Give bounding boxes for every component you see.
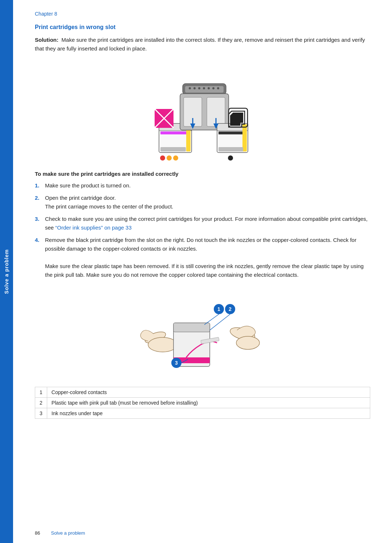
step-4-text: Remove the black print cartridge from th… bbox=[45, 237, 356, 252]
table-text-2: Plastic tape with pink pull tab (must be… bbox=[47, 398, 370, 408]
step-3-link[interactable]: “Order ink supplies” on page 33 bbox=[55, 224, 131, 231]
svg-point-43 bbox=[236, 336, 260, 349]
diagram2-svg: 1 2 3 bbox=[134, 287, 271, 381]
step-2-num: 2. bbox=[35, 194, 41, 211]
right-hand bbox=[229, 325, 260, 349]
color-dots-left bbox=[160, 155, 178, 161]
table-row-1: 1 Copper-colored contacts bbox=[35, 387, 370, 398]
svg-rect-2 bbox=[160, 131, 190, 134]
printer-carriage bbox=[180, 84, 229, 130]
left-hand bbox=[140, 329, 177, 352]
color-icon bbox=[155, 109, 173, 128]
diagram1-svg bbox=[126, 62, 279, 163]
svg-rect-39 bbox=[173, 323, 210, 332]
steps-list: 1. Make sure the product is turned on. 2… bbox=[35, 181, 370, 279]
step-3: 3. Check to make sure you are using the … bbox=[35, 215, 370, 232]
table-num-2: 2 bbox=[35, 398, 47, 408]
step-4-num: 4. bbox=[35, 236, 41, 279]
svg-text:2: 2 bbox=[229, 306, 232, 312]
callout-3: 3 bbox=[171, 358, 181, 368]
svg-point-34 bbox=[173, 155, 178, 161]
table-num-3: 3 bbox=[35, 408, 47, 419]
svg-point-32 bbox=[160, 155, 165, 161]
step-2: 2. Open the print cartridge door. The pr… bbox=[35, 194, 370, 211]
svg-point-16 bbox=[203, 87, 205, 89]
sidebar-label: Solve a problem bbox=[4, 249, 9, 294]
svg-line-50 bbox=[204, 314, 219, 325]
svg-line-51 bbox=[210, 314, 230, 330]
svg-point-14 bbox=[193, 87, 196, 89]
step-4-sub: Make sure the clear plastic tape has bee… bbox=[45, 263, 364, 278]
svg-rect-9 bbox=[185, 86, 224, 93]
caption-table: 1 Copper-colored contacts 2 Plastic tape… bbox=[35, 387, 370, 419]
black-dot-right bbox=[228, 155, 233, 161]
section-title: Print cartridges in wrong slot bbox=[35, 24, 370, 31]
solution-prefix: Solution: bbox=[35, 37, 58, 43]
footer-section-link[interactable]: Solve a problem bbox=[51, 530, 85, 536]
table-text-1: Copper-colored contacts bbox=[47, 387, 370, 398]
step-2-content: Open the print cartridge door. The print… bbox=[45, 194, 370, 211]
table-text-3: Ink nozzles under tape bbox=[47, 408, 370, 419]
svg-point-18 bbox=[212, 87, 215, 89]
callout-2: 2 bbox=[225, 304, 235, 314]
sidebar: Solve a problem bbox=[0, 0, 13, 543]
callout-1: 1 bbox=[214, 304, 224, 314]
svg-rect-4 bbox=[160, 147, 186, 151]
svg-point-13 bbox=[189, 87, 191, 89]
solution-text: Solution: Make sure the print cartridges… bbox=[35, 36, 370, 53]
svg-rect-22 bbox=[219, 131, 246, 134]
svg-rect-24 bbox=[219, 147, 243, 151]
black-icon bbox=[229, 108, 248, 127]
table-num-1: 1 bbox=[35, 387, 47, 398]
svg-point-17 bbox=[208, 87, 210, 89]
step-1: 1. Make sure the product is turned on. bbox=[35, 181, 370, 190]
step-3-num: 3. bbox=[35, 215, 41, 232]
svg-text:3: 3 bbox=[175, 360, 178, 366]
chapter-label: Chapter 8 bbox=[35, 11, 370, 17]
svg-point-35 bbox=[228, 155, 233, 161]
svg-rect-23 bbox=[242, 124, 247, 151]
solution-body: Make sure the print cartridges are insta… bbox=[35, 37, 365, 52]
step-2-sub: The print carriage moves to the center o… bbox=[45, 203, 173, 210]
step-3-content: Check to make sure you are using the cor… bbox=[45, 215, 370, 232]
diagram2-container: 1 2 3 bbox=[35, 287, 370, 381]
page-footer: 86 Solve a problem bbox=[13, 530, 392, 536]
footer-page-number: 86 bbox=[35, 530, 40, 536]
diagram1-container bbox=[35, 62, 370, 163]
step-4-content: Remove the black print cartridge from th… bbox=[45, 236, 370, 279]
svg-text:1: 1 bbox=[217, 306, 220, 312]
main-content: Chapter 8 Print cartridges in wrong slot… bbox=[13, 0, 392, 433]
sub-heading: To make sure the print cartridges are in… bbox=[35, 171, 370, 177]
svg-point-33 bbox=[167, 155, 172, 161]
svg-point-15 bbox=[198, 87, 200, 89]
step-2-text: Open the print cartridge door. bbox=[45, 195, 116, 201]
table-row-2: 2 Plastic tape with pink pull tab (must … bbox=[35, 398, 370, 408]
step-1-text: Make sure the product is turned on. bbox=[45, 181, 370, 190]
black-cartridge bbox=[217, 123, 248, 153]
svg-point-37 bbox=[148, 337, 177, 352]
step-4: 4. Remove the black print cartridge from… bbox=[35, 236, 370, 279]
step-1-num: 1. bbox=[35, 181, 41, 190]
table-row-3: 3 Ink nozzles under tape bbox=[35, 408, 370, 419]
svg-point-19 bbox=[217, 87, 219, 89]
